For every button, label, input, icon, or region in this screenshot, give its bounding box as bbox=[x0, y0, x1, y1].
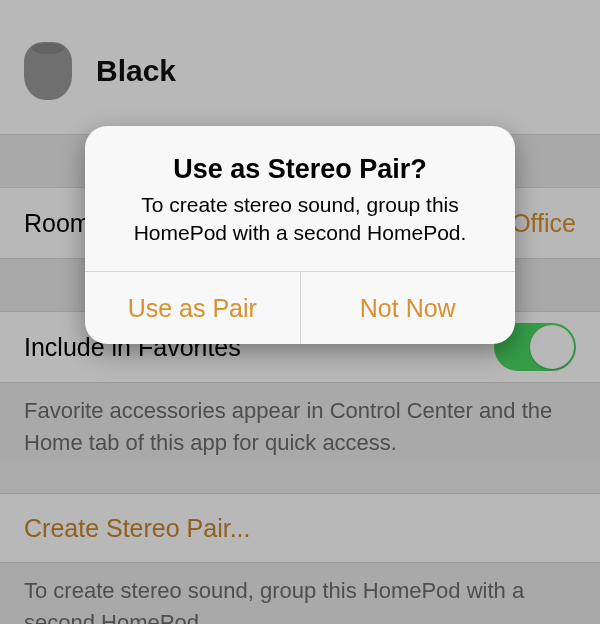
alert-body: Use as Stereo Pair? To create stereo sou… bbox=[85, 126, 515, 271]
alert-title: Use as Stereo Pair? bbox=[113, 154, 487, 185]
alert-message: To create stereo sound, group this HomeP… bbox=[113, 191, 487, 247]
not-now-button[interactable]: Not Now bbox=[300, 272, 516, 344]
modal-overlay: Use as Stereo Pair? To create stereo sou… bbox=[0, 0, 600, 624]
stereo-pair-alert: Use as Stereo Pair? To create stereo sou… bbox=[85, 126, 515, 344]
settings-screen: Black Room Office Include in Favorites F… bbox=[0, 0, 600, 624]
alert-buttons: Use as Pair Not Now bbox=[85, 271, 515, 344]
use-as-pair-button[interactable]: Use as Pair bbox=[85, 272, 300, 344]
